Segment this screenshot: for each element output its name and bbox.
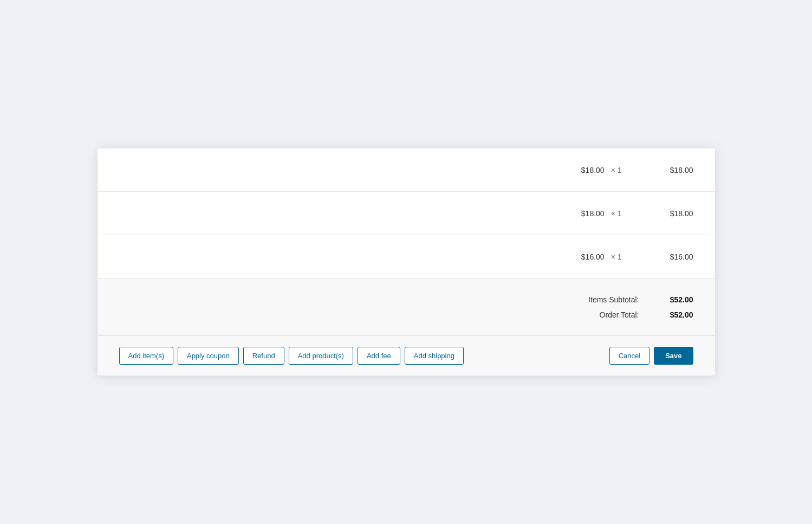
table-row: $16.00 × 1 $16.00 [98,235,715,279]
apply-coupon-button[interactable]: Apply coupon [178,347,239,365]
item-total-2: $18.00 [650,209,693,218]
item-total-1: $18.00 [650,166,693,174]
add-products-button[interactable]: Add product(s) [289,347,353,365]
item-price-2: $18.00 [561,209,605,218]
add-shipping-button[interactable]: Add shipping [405,347,464,365]
table-row: $18.00 × 1 $18.00 [98,148,715,192]
item-qty-separator-1: × 1 [611,166,622,174]
items-subtotal-value: $52.00 [650,295,693,304]
item-qty-separator-2: × 1 [611,209,622,218]
table-row: $18.00 × 1 $18.00 [98,192,715,235]
order-total-label: Order Total: [600,310,639,319]
item-total-3: $16.00 [650,253,693,261]
order-modal: $18.00 × 1 $18.00 $18.00 × 1 $18.00 $16.… [98,148,715,376]
add-items-button[interactable]: Add item(s) [119,347,173,365]
item-price-1: $18.00 [561,166,605,174]
page-wrapper: $18.00 × 1 $18.00 $18.00 × 1 $18.00 $16.… [0,0,812,524]
item-price-3: $16.00 [561,253,605,261]
order-total-row: Order Total: $52.00 [119,310,693,319]
add-fee-button[interactable]: Add fee [358,347,400,365]
refund-button[interactable]: Refund [243,347,284,365]
order-summary-section: Items Subtotal: $52.00 Order Total: $52.… [98,279,715,335]
items-subtotal-row: Items Subtotal: $52.00 [119,295,693,304]
footer-actions: Add item(s) Apply coupon Refund Add prod… [98,335,715,376]
items-subtotal-label: Items Subtotal: [588,295,639,304]
order-total-value: $52.00 [650,310,693,319]
item-qty-separator-3: × 1 [611,253,622,261]
cancel-button[interactable]: Cancel [609,347,649,365]
order-items-section: $18.00 × 1 $18.00 $18.00 × 1 $18.00 $16.… [98,148,715,279]
save-button[interactable]: Save [654,347,693,365]
